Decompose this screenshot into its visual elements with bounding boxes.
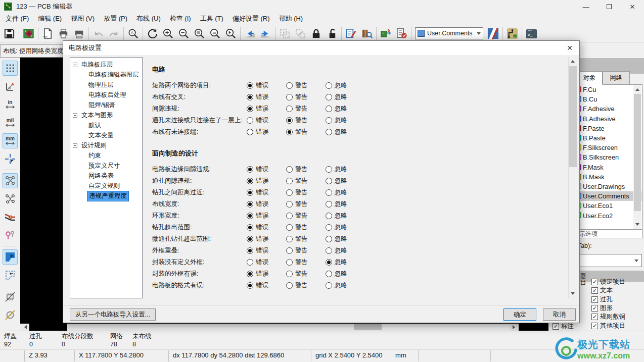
active-layer-select[interactable]: User.Comments — [415, 27, 483, 39]
scroll-down-button[interactable] — [569, 290, 577, 298]
radio-icon[interactable] — [247, 224, 253, 231]
severity-radio-option[interactable]: 警告 — [286, 270, 326, 278]
zoom-selection-button[interactable] — [223, 26, 239, 41]
redo-button[interactable] — [106, 26, 122, 41]
cancel-button[interactable]: 取消 — [543, 308, 576, 321]
collapse-icon[interactable] — [73, 63, 77, 67]
tree-item[interactable]: 约束 — [70, 150, 142, 161]
radio-icon[interactable] — [247, 236, 253, 242]
minimize-button[interactable]: — — [574, 0, 597, 13]
radio-icon[interactable] — [286, 201, 293, 208]
menu-item[interactable]: 视图 (V) — [66, 13, 99, 24]
radio-icon[interactable] — [247, 166, 253, 173]
severity-radio-option[interactable]: 错误 — [247, 93, 286, 101]
menu-item[interactable]: 布线 (U) — [132, 13, 165, 24]
severity-radio-option[interactable]: 忽略 — [326, 165, 365, 174]
severity-radio-option[interactable]: 错误 — [247, 258, 286, 267]
severity-radio-option[interactable]: 警告 — [286, 281, 326, 290]
tree-item[interactable]: 电路板编辑器图层 — [70, 70, 142, 80]
checkbox-icon[interactable] — [591, 279, 598, 285]
severity-radio-option[interactable]: 忽略 — [326, 281, 365, 290]
severity-radio-option[interactable]: 警告 — [286, 258, 326, 267]
zone-fill-display-button[interactable] — [3, 249, 18, 265]
severity-radio-option[interactable]: 警告 — [286, 165, 326, 174]
sketch-footprints-button[interactable] — [3, 289, 18, 304]
tree-item[interactable]: 电路板后处理 — [70, 90, 142, 100]
radio-icon[interactable] — [326, 178, 332, 184]
severity-radio-option[interactable]: 忽略 — [326, 235, 365, 243]
menu-item[interactable]: 放置 (P) — [99, 13, 132, 24]
radio-icon[interactable] — [326, 82, 332, 89]
menu-item[interactable]: 编辑 (E) — [33, 13, 66, 24]
severity-radio-option[interactable]: 警告 — [286, 105, 326, 113]
dialog-close-button[interactable]: ✕ — [562, 42, 577, 54]
checkbox-icon[interactable] — [591, 314, 598, 320]
filter-dimensions[interactable]: 标注 — [553, 322, 574, 331]
radio-icon[interactable] — [247, 247, 253, 254]
radio-icon[interactable] — [326, 236, 332, 242]
radio-icon[interactable] — [286, 282, 293, 289]
radio-icon[interactable] — [286, 106, 293, 112]
severity-radio-option[interactable]: 错误 — [247, 116, 286, 125]
tree-item[interactable]: 文本变量 — [70, 130, 142, 140]
scripting-console-button[interactable]: >_ — [524, 26, 539, 41]
radio-icon[interactable] — [326, 117, 332, 124]
menu-item[interactable]: 工具 (T) — [196, 13, 228, 24]
severity-radio-option[interactable]: 错误 — [247, 270, 286, 278]
scroll-up-button[interactable] — [633, 85, 641, 93]
menu-item[interactable]: 文件 (F) — [1, 13, 33, 24]
scroll-down-button[interactable] — [633, 221, 641, 229]
radio-icon[interactable] — [247, 129, 253, 135]
scroll-up-button[interactable] — [569, 57, 577, 65]
sketch-pads-button[interactable] — [3, 307, 18, 323]
menu-item[interactable]: 偏好设置 (R) — [228, 13, 274, 24]
tree-item[interactable]: 设计规则 — [70, 140, 142, 150]
view-next-button[interactable] — [258, 26, 273, 41]
board-setup-button[interactable] — [21, 26, 36, 41]
layer-list-scrollbar[interactable] — [633, 85, 641, 229]
radio-icon[interactable] — [247, 117, 253, 124]
save-button[interactable] — [2, 26, 17, 41]
radio-icon[interactable] — [286, 82, 293, 89]
radio-icon[interactable] — [286, 129, 293, 135]
filter-item[interactable]: 图形 — [591, 304, 625, 313]
checkbox-icon[interactable] — [591, 305, 598, 312]
radio-icon[interactable] — [326, 106, 332, 112]
severity-radio-option[interactable]: 忽略 — [326, 200, 365, 209]
severity-radio-option[interactable]: 忽略 — [326, 116, 365, 125]
severity-radio-option[interactable]: 忽略 — [326, 246, 365, 255]
edit-schematic-button[interactable] — [343, 26, 359, 41]
radio-icon[interactable] — [326, 94, 332, 100]
radio-icon[interactable] — [247, 271, 253, 277]
crosshair-cursor-button[interactable] — [3, 151, 18, 167]
radio-icon[interactable] — [286, 224, 293, 231]
severity-radio-option[interactable]: 错误 — [247, 281, 286, 290]
lock-button[interactable] — [308, 26, 324, 41]
radio-icon[interactable] — [247, 94, 253, 100]
filter-item[interactable]: 规则敷铜 — [591, 313, 625, 321]
filter-item[interactable]: 其他项目 — [591, 321, 625, 330]
highlight-collisions-button[interactable] — [3, 210, 18, 225]
severity-radio-option[interactable]: 忽略 — [326, 105, 365, 113]
collapse-icon[interactable] — [73, 143, 77, 148]
scroll-right-button[interactable] — [510, 324, 519, 331]
checkbox-icon[interactable] — [591, 287, 598, 294]
checkbox-icon[interactable] — [591, 323, 598, 329]
scroll-left-button[interactable] — [20, 324, 29, 331]
radio-icon[interactable] — [247, 189, 253, 196]
radio-icon[interactable] — [286, 271, 293, 277]
radio-icon[interactable] — [247, 201, 253, 208]
radio-icon[interactable] — [326, 166, 332, 173]
menu-item[interactable]: 检查 (I) — [165, 13, 196, 24]
ok-button[interactable]: 确定 — [503, 308, 536, 321]
severity-radio-option[interactable]: 忽略 — [326, 258, 365, 267]
import-settings-button[interactable]: 从另一个电路板导入设置... — [70, 308, 156, 321]
zone-outline-display-button[interactable] — [3, 268, 18, 283]
tree-item[interactable]: 默认 — [70, 120, 142, 130]
radio-icon[interactable] — [247, 282, 253, 289]
zoom-objects-button[interactable] — [207, 26, 223, 41]
hscroll-thumb[interactable] — [354, 324, 382, 330]
radio-icon[interactable] — [326, 189, 332, 196]
severity-radio-option[interactable]: 警告 — [286, 128, 326, 136]
radio-icon[interactable] — [286, 178, 293, 184]
